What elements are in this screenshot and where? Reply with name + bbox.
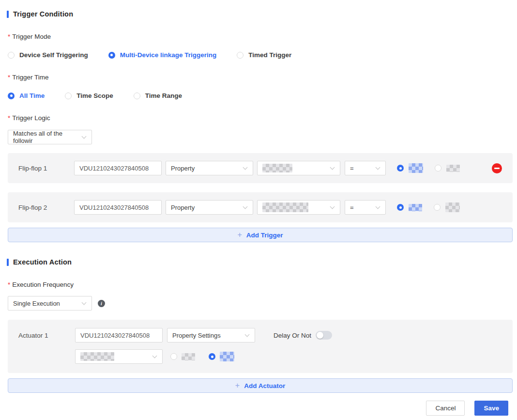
flip-flop-2-property-select[interactable] [257, 200, 340, 215]
flip-flop-1-row: Flip-flop 1 Property = [8, 153, 513, 183]
redacted-option-label [220, 352, 234, 361]
radio-selected-icon [397, 204, 404, 211]
radio-label: Timed Trigger [248, 51, 291, 59]
required-asterisk: * [8, 74, 10, 81]
chevron-down-icon [330, 205, 335, 210]
remove-flip-flop-button[interactable] [492, 163, 502, 173]
actuator-1-device-id-input[interactable] [75, 328, 163, 342]
add-trigger-label: Add Trigger [246, 232, 283, 239]
actuator-1-action-type-select[interactable]: Property Settings [167, 328, 255, 342]
plus-icon: + [235, 381, 240, 390]
required-asterisk: * [8, 281, 10, 288]
flip-flop-2-operator-select[interactable]: = [345, 200, 386, 215]
redacted-option-label [446, 165, 460, 172]
execution-frequency-row: Single Execution i [8, 296, 517, 311]
trigger-logic-select[interactable]: Matches all of the followir [8, 130, 92, 144]
chevron-down-icon [330, 166, 335, 171]
chevron-down-icon [152, 354, 157, 359]
section-title-text: Execution Action [13, 258, 72, 266]
flip-flop-2-row: Flip-flop 2 Property = [8, 192, 513, 222]
actuator-value-option-selected[interactable] [209, 352, 234, 361]
actuator-1-row: Actuator 1 Property Settings Delay Or No… [8, 320, 513, 373]
radio-selected-icon [397, 165, 404, 171]
actuator-1-property-select[interactable] [75, 349, 163, 364]
minus-icon [494, 168, 500, 169]
redacted-property-value [262, 164, 292, 172]
radio-time-scope[interactable]: Time Scope [65, 92, 113, 99]
chevron-down-icon [245, 333, 250, 338]
execution-action-section-title: Execution Action [7, 258, 517, 266]
chevron-down-icon [376, 166, 380, 171]
operator-value: = [350, 204, 354, 211]
cancel-button[interactable]: Cancel [426, 401, 465, 416]
trigger-mode-label: *Trigger Mode [8, 33, 517, 40]
toggle-knob [317, 332, 323, 339]
radio-time-range[interactable]: Time Range [134, 92, 182, 99]
flip-flop-2-label: Flip-flop 2 [18, 204, 74, 211]
radio-label: Time Range [145, 92, 182, 99]
redacted-property-value [262, 202, 308, 212]
chevron-down-icon [243, 166, 248, 171]
actuator-value-option[interactable] [170, 353, 195, 360]
required-asterisk: * [8, 33, 10, 40]
chevron-down-icon [82, 301, 87, 306]
execution-frequency-select[interactable]: Single Execution [8, 296, 92, 311]
delay-toggle[interactable] [316, 331, 332, 340]
flip-flop-1-operator-select[interactable]: = [345, 161, 386, 175]
add-trigger-button[interactable]: + Add Trigger [8, 228, 513, 242]
radio-icon [237, 52, 243, 59]
trigger-time-label: *Trigger Time [8, 74, 517, 81]
flip-flop-2-value-option[interactable] [434, 202, 460, 212]
flip-flop-1-value-option-selected[interactable] [397, 163, 423, 173]
flip-flop-1-value-option[interactable] [435, 165, 460, 172]
radio-icon [8, 52, 15, 59]
redacted-option-label [445, 202, 460, 212]
linkage-rule-form: Trigger Condition *Trigger Mode Device S… [0, 0, 517, 393]
redacted-option-label [182, 353, 195, 360]
flip-flop-1-condition-type-select[interactable]: Property [166, 161, 253, 175]
footer-actions: Cancel Save [426, 401, 508, 416]
radio-icon [435, 165, 441, 171]
flip-flop-1-label: Flip-flop 1 [18, 165, 74, 172]
required-asterisk: * [8, 114, 10, 122]
condition-type-value: Property [171, 165, 195, 172]
radio-icon [134, 93, 140, 99]
redacted-option-label [409, 204, 422, 211]
actuator-1-label: Actuator 1 [18, 332, 75, 339]
flip-flop-1-property-select[interactable] [257, 161, 340, 175]
trigger-time-radio-group: All Time Time Scope Time Range [8, 92, 517, 99]
radio-label: Time Scope [76, 92, 113, 99]
radio-timed-trigger[interactable]: Timed Trigger [237, 51, 291, 59]
radio-selected-icon [108, 52, 115, 59]
execution-frequency-label: *Execution Frequency [8, 281, 517, 288]
save-button[interactable]: Save [474, 401, 508, 416]
add-actuator-label: Add Actuator [244, 382, 285, 389]
chevron-down-icon [82, 135, 87, 140]
flip-flop-2-condition-type-select[interactable]: Property [166, 200, 253, 215]
info-icon[interactable]: i [98, 300, 105, 307]
flip-flop-2-device-id-input[interactable] [74, 200, 162, 215]
radio-all-time[interactable]: All Time [8, 92, 45, 99]
radio-icon [170, 353, 177, 360]
section-accent-bar [7, 259, 9, 266]
add-actuator-button[interactable]: + Add Actuator [8, 378, 513, 393]
section-accent-bar [7, 11, 9, 18]
operator-value: = [350, 165, 354, 172]
trigger-condition-section-title: Trigger Condition [7, 10, 517, 18]
trigger-logic-label: *Trigger Logic [8, 114, 517, 122]
redacted-property-value [80, 352, 114, 361]
actuator-line-1: Actuator 1 Property Settings Delay Or No… [18, 328, 502, 342]
radio-label: Device Self Triggering [19, 51, 88, 59]
chevron-down-icon [376, 205, 380, 210]
actuator-value-radio-group [170, 352, 234, 361]
trigger-logic-selected-value: Matches all of the followir [13, 130, 82, 144]
radio-multi-device-linkage-triggering[interactable]: Multi-Device linkage Triggering [108, 51, 217, 59]
plus-icon: + [237, 231, 242, 239]
flip-flop-2-value-option-selected[interactable] [397, 204, 422, 211]
action-type-value: Property Settings [172, 332, 221, 339]
flip-flop-1-device-id-input[interactable] [74, 161, 162, 175]
chevron-down-icon [243, 205, 248, 210]
radio-icon [65, 93, 72, 99]
radio-selected-icon [209, 353, 215, 360]
radio-device-self-triggering[interactable]: Device Self Triggering [8, 51, 88, 59]
